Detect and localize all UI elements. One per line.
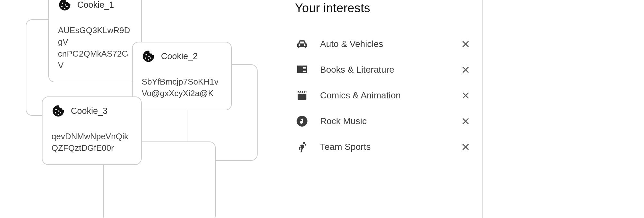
- remove-interest-button[interactable]: [460, 141, 471, 153]
- clapper-icon: [295, 88, 309, 103]
- cookie-title: Cookie_3: [71, 106, 108, 116]
- book-icon: [295, 63, 309, 77]
- svg-point-1: [303, 142, 305, 144]
- cookie-line: Vo@gxXcyXi2a@K: [142, 87, 222, 99]
- interests-heading: Your interests: [295, 1, 480, 15]
- interest-row-auto[interactable]: Auto & Vehicles: [287, 31, 480, 57]
- interest-row-rock[interactable]: Rock Music: [287, 108, 480, 134]
- cookie-card-2: Cookie_2 SbYfBmcjp7SoKH1v Vo@gxXcyXi2a@K: [132, 42, 232, 110]
- cookie-body: SbYfBmcjp7SoKH1v Vo@gxXcyXi2a@K: [142, 76, 222, 99]
- cookie-body: AUEsGQ3KLwR9DgV cnPG2QMkAS72GV: [58, 24, 132, 71]
- cookie-title: Cookie_1: [77, 0, 114, 10]
- cookie-icon: [58, 0, 71, 12]
- cookie-icon: [52, 104, 65, 118]
- cookies-illustration: Cookie_1 AUEsGQ3KLwR9DgV cnPG2QMkAS72GV …: [0, 0, 283, 218]
- interest-label: Rock Music: [320, 116, 449, 126]
- svg-point-2: [305, 144, 306, 146]
- interest-row-sports[interactable]: Team Sports: [287, 134, 480, 160]
- music-icon: [295, 114, 309, 128]
- car-icon: [295, 37, 309, 51]
- cookie-line: QZFQztDGfE00r: [52, 142, 132, 154]
- cookie-line: SbYfBmcjp7SoKH1v: [142, 76, 222, 87]
- interest-label: Comics & Animation: [320, 90, 449, 101]
- interest-row-comics[interactable]: Comics & Animation: [287, 83, 480, 108]
- remove-interest-button[interactable]: [460, 115, 471, 127]
- interest-label: Auto & Vehicles: [320, 39, 449, 49]
- cookie-title: Cookie_2: [161, 51, 198, 61]
- cookie-body: qevDNMwNpeVnQik QZFQztDGfE00r: [52, 131, 132, 154]
- remove-interest-button[interactable]: [460, 38, 471, 50]
- cookie-line: qevDNMwNpeVnQik: [52, 131, 132, 142]
- sports-icon: [295, 140, 309, 154]
- remove-interest-button[interactable]: [460, 64, 471, 76]
- cookie-icon: [142, 50, 155, 63]
- interest-row-books[interactable]: Books & Literature: [287, 57, 480, 83]
- remove-interest-button[interactable]: [460, 90, 471, 101]
- interest-label: Team Sports: [320, 142, 449, 152]
- cookie-card-1: Cookie_1 AUEsGQ3KLwR9DgV cnPG2QMkAS72GV: [48, 0, 142, 82]
- cookie-line: AUEsGQ3KLwR9DgV: [58, 24, 132, 48]
- interests-panel: Your interests Auto & Vehicles Books & L…: [283, 0, 483, 218]
- cookie-card-3: Cookie_3 qevDNMwNpeVnQik QZFQztDGfE00r: [42, 96, 142, 165]
- cookie-line: cnPG2QMkAS72GV: [58, 48, 132, 71]
- panel-divider: [482, 0, 483, 218]
- interest-label: Books & Literature: [320, 65, 449, 75]
